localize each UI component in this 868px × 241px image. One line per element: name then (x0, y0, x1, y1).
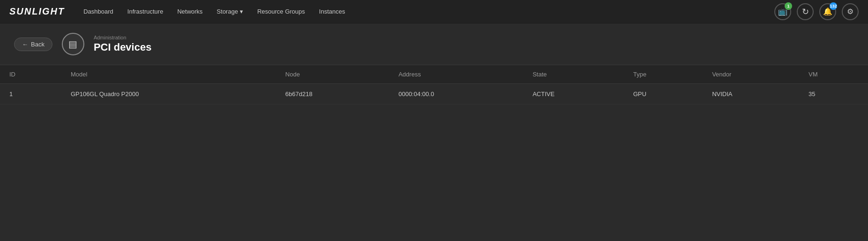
back-arrow-icon: ← (22, 41, 28, 48)
cell-address: 0000:04:00.0 (389, 84, 523, 105)
col-header-id: ID (0, 65, 61, 84)
nav-instances[interactable]: Instances (319, 8, 345, 15)
page-title: PCI devices (94, 41, 152, 53)
pci-devices-table: ID Model Node Address State Type Vendor … (0, 65, 868, 105)
sync-button[interactable]: ↻ (797, 3, 814, 20)
table-header: ID Model Node Address State Type Vendor … (0, 65, 868, 84)
nav-dashboard[interactable]: Dashboard (83, 8, 113, 15)
sync-icon: ↻ (802, 7, 809, 17)
settings-button[interactable]: ⚙ (842, 3, 859, 20)
cell-vendor: NVIDIA (703, 84, 799, 105)
back-button[interactable]: ← Back (14, 38, 52, 51)
col-header-vendor: Vendor (703, 65, 799, 84)
table-row[interactable]: 1 GP106GL Quadro P2000 6b67d218 0000:04:… (0, 84, 868, 105)
logo: SUNLIGHT (9, 6, 65, 17)
bell-badge: 132 (830, 2, 837, 10)
col-header-vm: VM (799, 65, 868, 84)
breadcrumb: Administration (94, 35, 152, 40)
pci-icon: ▤ (68, 38, 77, 50)
cell-model: GP106GL Quadro P2000 (61, 84, 276, 105)
col-header-model: Model (61, 65, 276, 84)
cell-type: GPU (624, 84, 703, 105)
monitor-badge: 1 (785, 2, 792, 10)
monitor-button[interactable]: 📺 1 (774, 3, 791, 20)
table-container: ID Model Node Address State Type Vendor … (0, 65, 868, 105)
cell-vm: 35 (799, 84, 868, 105)
cell-state: ACTIVE (523, 84, 624, 105)
table-body: 1 GP106GL Quadro P2000 6b67d218 0000:04:… (0, 84, 868, 105)
col-header-node: Node (276, 65, 389, 84)
col-header-address: Address (389, 65, 523, 84)
cell-node: 6b67d218 (276, 84, 389, 105)
col-header-type: Type (624, 65, 703, 84)
bell-button[interactable]: 🔔 132 (819, 3, 836, 20)
page-icon: ▤ (62, 33, 84, 55)
gear-icon: ⚙ (847, 7, 853, 16)
nav-resource-groups[interactable]: Resource Groups (257, 8, 305, 15)
nav-icon-group: 📺 1 ↻ 🔔 132 ⚙ (774, 3, 859, 20)
page-header: ← Back ▤ Administration PCI devices (0, 23, 868, 65)
navbar: SUNLIGHT Dashboard Infrastructure Networ… (0, 0, 868, 23)
cell-id: 1 (0, 84, 61, 105)
nav-infrastructure[interactable]: Infrastructure (127, 8, 163, 15)
nav-links: Dashboard Infrastructure Networks Storag… (83, 8, 774, 15)
page-title-group: Administration PCI devices (94, 35, 152, 53)
nav-storage[interactable]: Storage ▾ (217, 8, 244, 15)
nav-networks[interactable]: Networks (177, 8, 202, 15)
chevron-down-icon: ▾ (240, 8, 243, 15)
col-header-state: State (523, 65, 624, 84)
